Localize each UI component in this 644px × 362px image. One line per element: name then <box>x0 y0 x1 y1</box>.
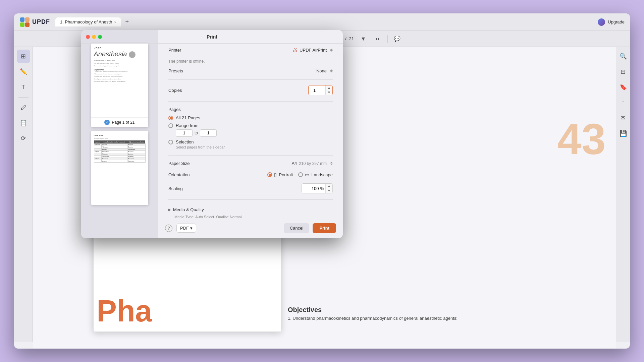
row-1-c2: Isoflurane <box>102 144 127 146</box>
landscape-option[interactable]: ▭ Landscape <box>298 172 333 177</box>
title-bar: UPDF 1. Pharmacology of Anesth × + Upgra… <box>14 13 630 31</box>
scaling-decrement-button[interactable]: ▼ <box>326 188 332 193</box>
right-sidebar: 🔍 ⊟ 🔖 ↑ ✉ 💾 <box>616 47 630 342</box>
tab-close-button[interactable]: × <box>114 20 116 24</box>
preview-page-1-content: UPDF Anesthesia Pharmacology of Anesthes… <box>91 44 148 117</box>
preview-obj-2: 2. Learn about the way of action, advant… <box>94 73 146 75</box>
page-total: 21 <box>349 36 354 41</box>
paper-size-main: A4 <box>291 161 297 166</box>
svg-rect-1 <box>25 17 30 22</box>
range-radio[interactable] <box>168 123 173 128</box>
all-pages-option[interactable]: All 21 Pages <box>168 115 333 120</box>
pdf-dropdown[interactable]: PDF ▾ <box>176 224 196 233</box>
paper-size-value-area: A4 210 by 297 mm <box>209 161 333 166</box>
help-button[interactable]: ? <box>165 225 172 232</box>
scaling-setting-row: Scaling % ▲ ▼ <box>168 183 333 193</box>
range-option[interactable]: Range from <box>168 123 333 128</box>
landscape-radio[interactable] <box>298 172 303 177</box>
presets-selector[interactable]: None <box>316 68 333 73</box>
row-3-c3: Succinylcholine <box>127 148 145 151</box>
right-sidebar-thumbnails[interactable]: ⊟ <box>616 65 630 78</box>
sidebar-item-organize[interactable]: 📋 <box>17 116 30 130</box>
pdf-dropdown-arrow-icon: ▾ <box>190 226 193 231</box>
printer-name: UPDF AirPrint <box>300 48 327 53</box>
copies-label: Copies <box>168 88 209 93</box>
row-8-c3: Cisatracurium <box>127 160 145 163</box>
paper-size-setting-row: Paper Size A4 210 by 297 mm <box>168 161 333 166</box>
media-quality-header[interactable]: ▶ Media & Quality <box>168 205 333 214</box>
row-5-c2: Mivacurium <box>102 153 127 156</box>
close-window-button[interactable] <box>86 35 90 39</box>
scaling-increment-button[interactable]: ▲ <box>326 184 332 188</box>
page-1-badge-check: ✓ <box>106 121 108 124</box>
pages-section: Pages All 21 Pages Range from <box>168 107 333 149</box>
preview-page-2[interactable]: UPDF Anest. Anesthetic Agents table Agen… <box>91 131 148 205</box>
printer-selector[interactable]: 🖨 UPDF AirPrint <box>292 47 333 53</box>
right-sidebar-search[interactable]: 🔍 <box>616 50 630 63</box>
scaling-stepper[interactable]: % ▲ ▼ <box>302 183 333 193</box>
comment-icon: 💬 <box>394 36 400 42</box>
preview-body-1: Fine refer: d'arrière d'hiver When's Tod… <box>94 63 146 64</box>
print-settings-panel: Printer 🖨 UPDF AirPrint The printer is o… <box>158 30 343 238</box>
paper-size-dropdown-arrow <box>330 162 333 165</box>
document-tab[interactable]: 1. Pharmacology of Anesth × <box>55 17 121 26</box>
all-pages-radio[interactable] <box>168 116 173 120</box>
portrait-option[interactable]: ▯ Portrait <box>267 172 293 177</box>
settings-divider-4 <box>168 199 333 200</box>
orientation-setting-row: Orientation ▯ Portrait ▭ Landscape <box>168 172 333 177</box>
sidebar-item-convert[interactable]: ⟳ <box>17 132 30 145</box>
copies-stepper[interactable]: ▲ ▼ <box>308 85 333 95</box>
print-button[interactable]: Print <box>313 223 336 233</box>
portrait-radio[interactable] <box>267 172 272 177</box>
text-icon: T <box>21 84 25 91</box>
range-from-input[interactable] <box>176 129 193 137</box>
minimize-window-button[interactable] <box>92 35 96 39</box>
preview-page-1[interactable]: UPDF Anesthesia Pharmacology of Anesthes… <box>91 44 148 127</box>
maximize-window-button[interactable] <box>98 35 102 39</box>
next-page-button[interactable]: ▼ <box>358 34 369 44</box>
selection-radio[interactable] <box>168 140 173 144</box>
toolbar-separator-2 <box>387 35 388 43</box>
svg-rect-2 <box>20 22 24 27</box>
comment-button[interactable]: 💬 <box>392 34 402 44</box>
right-sidebar-mail[interactable]: ✉ <box>616 111 630 125</box>
upgrade-button[interactable]: Upgrade <box>608 19 625 24</box>
scaling-input[interactable] <box>302 185 320 192</box>
copies-value-area: ▲ ▼ <box>209 85 333 95</box>
row-5-c3: Atracurium <box>127 153 145 156</box>
right-sidebar-save[interactable]: 💾 <box>616 127 630 140</box>
copies-input[interactable] <box>309 86 325 94</box>
print-preview-panel: UPDF Anesthesia Pharmacology of Anesthes… <box>81 30 158 238</box>
range-option-container: Range from to <box>168 123 333 137</box>
row-7-c2: Rocuronium <box>102 158 127 160</box>
sidebar-item-pages[interactable]: ⊞ <box>17 50 30 63</box>
organize-icon: 📋 <box>20 119 27 127</box>
sidebar-item-edit[interactable]: ✏️ <box>17 65 30 78</box>
media-quality-title: Media & Quality <box>173 207 204 212</box>
new-tab-button[interactable]: + <box>122 17 132 27</box>
last-page-icon: ⏭ <box>375 36 381 42</box>
media-quality-section: ▶ Media & Quality Media Type: Auto Selec… <box>168 205 333 219</box>
preview-anesthesia: Anesthesia <box>94 51 146 58</box>
paper-size-selector[interactable]: A4 210 by 297 mm <box>291 161 333 166</box>
cancel-button[interactable]: Cancel <box>284 223 309 233</box>
copies-increment-button[interactable]: ▲ <box>326 85 332 90</box>
row-2-c3: Mivacurium <box>127 146 145 148</box>
range-inputs-area: to <box>176 129 333 137</box>
range-to-input[interactable] <box>200 129 217 137</box>
orientation-label: Orientation <box>168 172 209 177</box>
pdf-obj-item-1: 1. Understand pharmacokinetics and pharm… <box>288 316 489 321</box>
sidebar-item-text[interactable]: T <box>17 80 30 94</box>
right-sidebar-bookmarks[interactable]: 🔖 <box>616 80 630 94</box>
copies-decrement-button[interactable]: ▼ <box>326 90 332 95</box>
right-sidebar-share[interactable]: ↑ <box>616 96 630 109</box>
app-window: UPDF 1. Pharmacology of Anesth × + Upgra… <box>14 13 630 349</box>
range-separator: to <box>195 131 198 135</box>
sidebar-item-annotate[interactable]: 🖊 <box>17 101 30 114</box>
selection-option[interactable]: Selection <box>168 139 333 144</box>
settings-divider-3 <box>168 155 333 156</box>
convert-icon: ⟳ <box>21 135 26 142</box>
copies-setting-row: Copies ▲ ▼ <box>168 85 333 95</box>
last-page-button[interactable]: ⏭ <box>373 34 383 44</box>
window-controls <box>86 35 102 39</box>
